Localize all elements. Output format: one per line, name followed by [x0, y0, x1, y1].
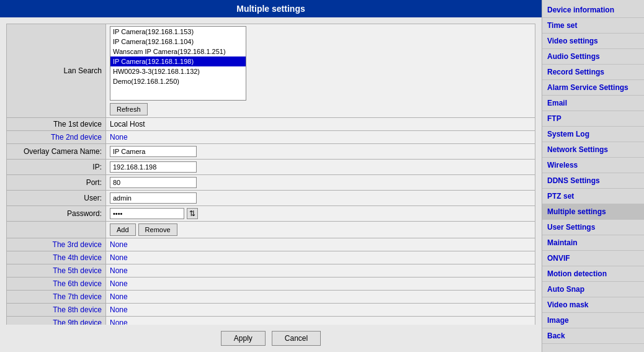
- lan-item[interactable]: Demo(192.168.1.250): [110, 76, 246, 86]
- sidebar-item-ftp[interactable]: FTP: [542, 111, 644, 127]
- port-input[interactable]: [110, 177, 197, 188]
- password-label: Password:: [7, 206, 106, 222]
- ninth-device-label[interactable]: The 9th device: [7, 317, 106, 325]
- fourth-device-value: None: [106, 251, 535, 264]
- sidebar-item-ddns-settings[interactable]: DDNS Settings: [542, 173, 644, 189]
- lan-search-cell: IP Camera(192.168.1.153)IP Camera(192.16…: [106, 24, 535, 118]
- sidebar-item-alarm-service-settings[interactable]: Alarm Service Settings: [542, 80, 644, 96]
- password-wrapper: ⇅: [110, 208, 531, 219]
- add-button[interactable]: Add: [110, 223, 136, 236]
- cancel-button[interactable]: Cancel: [272, 331, 321, 346]
- sidebar-item-time-set[interactable]: Time set: [542, 18, 644, 34]
- first-device-value: Local Host: [106, 118, 535, 131]
- apply-button[interactable]: Apply: [221, 331, 266, 346]
- page-title: Multiple settings: [0, 0, 542, 17]
- sidebar: Device informationTime setVideo settings…: [542, 0, 644, 352]
- sidebar-item-multiple-settings[interactable]: Multiple settings: [542, 204, 644, 220]
- port-label: Port:: [7, 175, 106, 191]
- sidebar-item-maintain[interactable]: Maintain: [542, 235, 644, 251]
- sidebar-item-record-settings[interactable]: Record Settings: [542, 65, 644, 80]
- port-cell: [106, 175, 535, 191]
- sidebar-item-image[interactable]: Image: [542, 313, 644, 328]
- user-cell: [106, 191, 535, 206]
- lan-search-container: IP Camera(192.168.1.153)IP Camera(192.16…: [110, 26, 531, 115]
- third-device-label[interactable]: The 3rd device: [7, 238, 106, 251]
- sidebar-item-audio-settings[interactable]: Audio Settings: [542, 49, 644, 65]
- fifth-device-label[interactable]: The 5th device: [7, 264, 106, 278]
- settings-table: Lan Search IP Camera(192.168.1.153)IP Ca…: [6, 24, 535, 325]
- ninth-device-value: None: [106, 317, 535, 325]
- lan-item[interactable]: IP Camera(192.168.1.153): [110, 27, 246, 37]
- sixth-device-value: None: [106, 278, 535, 291]
- lan-search-label: Lan Search: [7, 24, 106, 118]
- add-remove-label: [7, 222, 106, 238]
- sidebar-item-back[interactable]: Back: [542, 328, 644, 344]
- sidebar-item-video-settings[interactable]: Video settings: [542, 34, 644, 49]
- sixth-device-label[interactable]: The 6th device: [7, 278, 106, 291]
- overlay-camera-name-cell: [106, 144, 535, 160]
- password-toggle-button[interactable]: ⇅: [187, 208, 198, 219]
- ip-label: IP:: [7, 160, 106, 175]
- sidebar-item-motion-detection[interactable]: Motion detection: [542, 266, 644, 282]
- sidebar-item-email[interactable]: Email: [542, 96, 644, 111]
- password-input[interactable]: [110, 208, 184, 219]
- second-device-label[interactable]: The 2nd device: [7, 131, 106, 144]
- lan-item[interactable]: Wanscam IP Camera(192.168.1.251): [110, 47, 246, 56]
- lan-item[interactable]: HW0029-3-3(192.168.1.132): [110, 66, 246, 76]
- ip-input[interactable]: [110, 161, 197, 173]
- sidebar-item-wireless[interactable]: Wireless: [542, 158, 644, 173]
- lan-search-box[interactable]: IP Camera(192.168.1.153)IP Camera(192.16…: [110, 26, 246, 101]
- first-device-label: The 1st device: [7, 118, 106, 131]
- user-input[interactable]: [110, 192, 197, 204]
- content-area: Lan Search IP Camera(192.168.1.153)IP Ca…: [0, 17, 542, 325]
- add-remove-row: Add Remove: [110, 223, 531, 236]
- bottom-buttons: Apply Cancel: [0, 325, 542, 352]
- fifth-device-value: None: [106, 264, 535, 278]
- sidebar-item-onvif[interactable]: ONVIF: [542, 251, 644, 266]
- seventh-device-value: None: [106, 291, 535, 304]
- overlay-camera-name-input[interactable]: [110, 146, 197, 157]
- sidebar-item-device-information[interactable]: Device information: [542, 2, 644, 18]
- overlay-camera-name-label: Overlay Camera Name:: [7, 144, 106, 160]
- eighth-device-label[interactable]: The 8th device: [7, 304, 106, 317]
- sidebar-item-ptz-set[interactable]: PTZ set: [542, 189, 644, 204]
- main-content: Multiple settings Lan Search IP Camera(1…: [0, 0, 542, 352]
- sidebar-item-system-log[interactable]: System Log: [542, 127, 644, 142]
- sidebar-item-network-settings[interactable]: Network Settings: [542, 142, 644, 158]
- sidebar-item-auto-snap[interactable]: Auto Snap: [542, 282, 644, 297]
- user-label: User:: [7, 191, 106, 206]
- lan-item[interactable]: IP Camera(192.168.1.198): [110, 56, 246, 66]
- seventh-device-label[interactable]: The 7th device: [7, 291, 106, 304]
- lan-item[interactable]: IP Camera(192.168.1.104): [110, 37, 246, 47]
- password-cell: ⇅: [106, 206, 535, 222]
- third-device-value: None: [106, 238, 535, 251]
- refresh-button[interactable]: Refresh: [110, 103, 148, 115]
- sidebar-item-user-settings[interactable]: User Settings: [542, 220, 644, 235]
- ip-cell: [106, 160, 535, 175]
- eighth-device-value: None: [106, 304, 535, 317]
- add-remove-cell: Add Remove: [106, 222, 535, 238]
- second-device-value: None: [106, 131, 535, 144]
- sidebar-item-video-mask[interactable]: Video mask: [542, 297, 644, 313]
- remove-button[interactable]: Remove: [138, 223, 177, 236]
- fourth-device-label[interactable]: The 4th device: [7, 251, 106, 264]
